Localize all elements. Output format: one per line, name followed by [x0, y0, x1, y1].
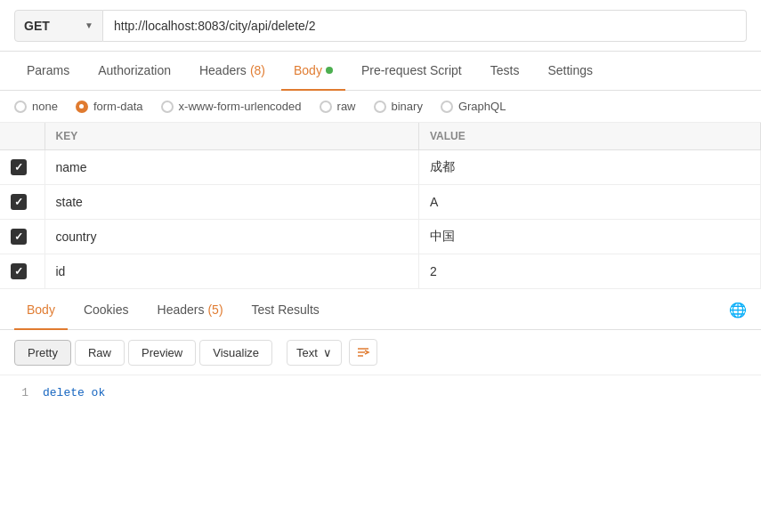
- format-toolbar: Pretty Raw Preview Visualize Text ∨: [0, 330, 761, 375]
- response-right-actions: 🌐: [729, 302, 747, 318]
- tab-headers[interactable]: Headers (8): [187, 52, 278, 91]
- radio-none-circle: [14, 101, 27, 113]
- format-type-label: Text: [296, 346, 318, 359]
- radio-graphql[interactable]: GraphQL: [441, 100, 506, 113]
- col-header-value: VALUE: [418, 123, 760, 150]
- tab-tests[interactable]: Tests: [478, 52, 532, 91]
- format-preview-button[interactable]: Preview: [128, 340, 196, 366]
- tab-authorization[interactable]: Authorization: [85, 52, 183, 91]
- method-label: GET: [24, 19, 50, 33]
- radio-form-data[interactable]: form-data: [76, 100, 143, 113]
- row-key-0: name: [45, 150, 418, 185]
- row-key-3: id: [45, 254, 418, 289]
- tab-params[interactable]: Params: [14, 52, 82, 91]
- body-type-row: none form-data x-www-form-urlencoded raw…: [0, 91, 761, 123]
- radio-none[interactable]: none: [14, 100, 58, 113]
- radio-raw[interactable]: raw: [320, 100, 356, 113]
- table-row: state A: [0, 185, 761, 220]
- tab-body[interactable]: Body: [281, 52, 345, 91]
- col-header-checkbox: [0, 123, 45, 150]
- format-visualize-button[interactable]: Visualize: [199, 340, 272, 366]
- nav-tabs: Params Authorization Headers (8) Body Pr…: [0, 52, 761, 91]
- col-header-key: KEY: [45, 123, 418, 150]
- radio-form-data-circle: [76, 101, 88, 113]
- response-tabs: Body Cookies Headers (5) Test Results 🌐: [0, 291, 761, 330]
- format-type-select[interactable]: Text ∨: [287, 340, 342, 366]
- radio-binary-circle: [374, 101, 386, 113]
- code-content: delete ok: [43, 386, 747, 399]
- row-checkbox-3[interactable]: [0, 254, 45, 289]
- format-raw-button[interactable]: Raw: [75, 340, 125, 366]
- globe-icon[interactable]: 🌐: [729, 302, 747, 318]
- row-value-2: 中国: [418, 220, 760, 254]
- format-type-chevron: ∨: [323, 346, 332, 359]
- table-row: name 成都: [0, 150, 761, 185]
- row-value-0: 成都: [418, 150, 760, 185]
- url-bar: GET ▼: [0, 0, 761, 52]
- headers-count: (8): [250, 63, 265, 77]
- response-headers-count: (5): [207, 302, 223, 317]
- method-select[interactable]: GET ▼: [14, 10, 103, 42]
- radio-raw-circle: [320, 101, 332, 113]
- row-value-3: 2: [418, 254, 760, 289]
- row-key-1: state: [45, 185, 418, 220]
- form-data-table: KEY VALUE name 成都 state A country 中国: [0, 123, 761, 289]
- wrap-button[interactable]: [349, 339, 377, 366]
- code-output-area: 1 delete ok: [0, 375, 761, 410]
- wrap-icon: [356, 345, 370, 359]
- response-tab-headers[interactable]: Headers (5): [145, 291, 236, 330]
- radio-binary[interactable]: binary: [374, 100, 423, 113]
- body-active-dot: [326, 67, 333, 74]
- table-row: country 中国: [0, 220, 761, 254]
- checkbox-checked-1[interactable]: [11, 194, 27, 210]
- checkbox-checked-2[interactable]: [11, 229, 27, 245]
- checkbox-checked-3[interactable]: [11, 263, 27, 279]
- chevron-down-icon: ▼: [85, 20, 93, 30]
- radio-urlencoded-circle: [161, 101, 174, 113]
- radio-graphql-circle: [441, 101, 453, 113]
- tab-settings[interactable]: Settings: [535, 52, 605, 91]
- response-tab-body[interactable]: Body: [14, 291, 68, 330]
- response-tab-cookies[interactable]: Cookies: [71, 291, 142, 330]
- checkbox-checked-0[interactable]: [11, 159, 27, 175]
- tab-pre-request[interactable]: Pre-request Script: [349, 52, 474, 91]
- table-row: id 2: [0, 254, 761, 289]
- row-key-2: country: [45, 220, 418, 254]
- row-checkbox-0[interactable]: [0, 150, 45, 185]
- row-value-1: A: [418, 185, 760, 220]
- line-numbers: 1: [14, 386, 28, 399]
- response-tab-test-results[interactable]: Test Results: [239, 291, 332, 330]
- row-checkbox-1[interactable]: [0, 185, 45, 220]
- url-input[interactable]: [103, 10, 747, 42]
- radio-urlencoded[interactable]: x-www-form-urlencoded: [161, 100, 302, 113]
- row-checkbox-2[interactable]: [0, 220, 45, 254]
- format-pretty-button[interactable]: Pretty: [14, 340, 71, 366]
